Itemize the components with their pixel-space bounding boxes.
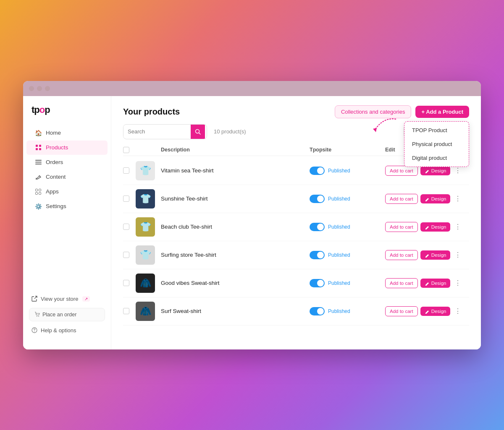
svg-rect-4 <box>35 160 42 161</box>
sidebar-item-content[interactable]: Content <box>26 170 108 184</box>
view-store-link[interactable]: View your store ↗ <box>23 292 111 305</box>
publish-toggle-5[interactable] <box>310 279 325 287</box>
cart-icon <box>34 312 40 317</box>
svg-rect-7 <box>36 189 38 191</box>
content-icon <box>35 174 42 180</box>
design-button-2[interactable]: Design <box>420 194 451 203</box>
sidebar-label-home: Home <box>46 130 61 136</box>
tpopsite-cell-6: Published <box>310 307 385 315</box>
edit-cell-6: Add to cart Design ⋮ <box>385 306 469 316</box>
table-area: Description Tpopsite Edit 👕 Vitamin sea … <box>111 144 481 349</box>
svg-rect-10 <box>39 192 41 194</box>
view-store-badge: ↗ <box>82 296 90 302</box>
sidebar-item-settings[interactable]: ⚙️ Settings <box>26 199 108 214</box>
published-badge-1: Published <box>328 168 350 174</box>
product-count: 10 product(s) <box>214 128 246 135</box>
traffic-light-close[interactable] <box>29 86 34 91</box>
sidebar-label-content: Content <box>46 174 66 180</box>
product-name-2: Sunshine Tee-shirt <box>161 195 310 202</box>
tpopsite-cell-1: Published <box>310 167 385 175</box>
traffic-light-maximize[interactable] <box>45 86 50 91</box>
sidebar-label-apps: Apps <box>46 188 59 195</box>
more-button-4[interactable]: ⋮ <box>453 250 463 260</box>
design-button-6[interactable]: Design <box>420 307 451 316</box>
sidebar-item-orders[interactable]: Orders <box>26 155 108 169</box>
add-to-cart-button-2[interactable]: Add to cart <box>385 194 418 204</box>
help-link[interactable]: Help & options <box>23 324 111 337</box>
select-all-checkbox[interactable] <box>123 147 136 153</box>
publish-toggle-1[interactable] <box>310 167 325 175</box>
dropdown-item-digital[interactable]: Digital product <box>404 151 469 165</box>
search-button[interactable] <box>191 125 205 139</box>
row-checkbox-1[interactable] <box>123 167 129 174</box>
sidebar-label-orders: Orders <box>46 159 63 165</box>
published-badge-4: Published <box>328 252 350 258</box>
sidebar-label-settings: Settings <box>46 203 66 209</box>
design-button-4[interactable]: Design <box>420 250 451 260</box>
published-badge-3: Published <box>328 224 350 230</box>
row-checkbox-2[interactable] <box>123 195 129 202</box>
more-button-6[interactable]: ⋮ <box>453 306 463 316</box>
more-button-1[interactable]: ⋮ <box>453 166 463 175</box>
design-button-5[interactable]: Design <box>420 279 451 288</box>
place-order-label: Place an order <box>42 312 76 318</box>
table-row: 👕 Surfing store Tee-shirt Published Add … <box>123 241 469 269</box>
add-to-cart-button-4[interactable]: Add to cart <box>385 250 418 260</box>
svg-rect-9 <box>36 192 38 194</box>
window-body: tpop 🏠 Home Products Orders <box>23 96 481 349</box>
main-content: Your products Collections and categories… <box>111 96 481 349</box>
row-checkbox-3[interactable] <box>123 224 129 230</box>
product-image-3: 👕 <box>136 217 155 237</box>
published-badge-6: Published <box>328 308 350 314</box>
table-row: 👕 Sunshine Tee-shirt Published Add to ca… <box>123 185 469 213</box>
publish-toggle-2[interactable] <box>310 195 325 203</box>
sidebar-item-apps[interactable]: Apps <box>26 185 108 199</box>
svg-rect-1 <box>39 145 41 147</box>
design-button-3[interactable]: Design <box>420 222 451 232</box>
product-image-5: 🧥 <box>136 274 155 293</box>
external-link-icon <box>32 296 37 302</box>
more-button-5[interactable]: ⋮ <box>453 278 463 288</box>
design-icon-6 <box>425 309 430 314</box>
search-input[interactable] <box>123 125 191 138</box>
dropdown-item-tpop[interactable]: TPOP Product <box>404 123 469 137</box>
col-tpopsite: Tpopsite <box>310 147 385 153</box>
collections-button[interactable]: Collections and categories <box>335 105 411 118</box>
traffic-lights <box>29 86 50 91</box>
sidebar-item-products[interactable]: Products <box>26 141 108 155</box>
publish-toggle-6[interactable] <box>310 307 325 315</box>
tpopsite-cell-3: Published <box>310 223 385 231</box>
publish-toggle-4[interactable] <box>310 251 325 259</box>
product-image-4: 👕 <box>136 245 155 265</box>
row-checkbox-6[interactable] <box>123 308 129 314</box>
row-checkbox-5[interactable] <box>123 280 129 286</box>
sidebar: tpop 🏠 Home Products Orders <box>23 96 111 349</box>
svg-point-14 <box>34 331 35 332</box>
add-to-cart-button-5[interactable]: Add to cart <box>385 278 418 288</box>
more-button-2[interactable]: ⋮ <box>453 194 463 203</box>
add-product-button[interactable]: + Add a Product <box>415 106 469 118</box>
product-image-6: 🧥 <box>136 302 155 321</box>
publish-toggle-3[interactable] <box>310 223 325 231</box>
edit-cell-5: Add to cart Design ⋮ <box>385 278 469 288</box>
place-order-link[interactable]: Place an order <box>29 308 105 321</box>
design-button-1[interactable]: Design <box>420 166 451 175</box>
logo-accent: o <box>39 104 45 115</box>
row-checkbox-4[interactable] <box>123 252 129 258</box>
header-actions: Collections and categories + Add a Produ… <box>335 105 469 118</box>
add-to-cart-button-1[interactable]: Add to cart <box>385 166 418 176</box>
dropdown-item-physical[interactable]: Physical product <box>404 137 469 151</box>
edit-cell-4: Add to cart Design ⋮ <box>385 250 469 260</box>
products-icon <box>35 144 42 151</box>
sidebar-item-home[interactable]: 🏠 Home <box>26 126 108 140</box>
tpopsite-cell-4: Published <box>310 251 385 259</box>
tpopsite-cell-2: Published <box>310 195 385 203</box>
sidebar-bottom: View your store ↗ Place an order Help & … <box>23 288 111 341</box>
add-to-cart-button-6[interactable]: Add to cart <box>385 306 418 316</box>
more-button-3[interactable]: ⋮ <box>453 222 463 232</box>
add-to-cart-button-3[interactable]: Add to cart <box>385 222 418 232</box>
traffic-light-minimize[interactable] <box>37 86 42 91</box>
product-image-2: 👕 <box>136 189 155 208</box>
svg-point-11 <box>37 316 37 317</box>
design-icon-5 <box>425 281 430 286</box>
